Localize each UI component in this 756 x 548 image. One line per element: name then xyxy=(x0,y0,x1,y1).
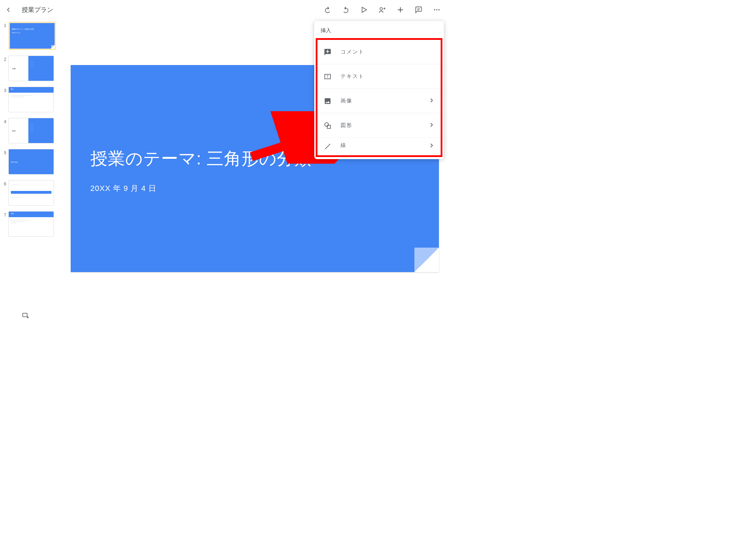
thumb-number: 4 xyxy=(1,118,6,124)
thumb-number: 5 xyxy=(1,149,6,155)
thumb-row-3: 3 概れ ───────────────────────────────────… xyxy=(1,87,56,112)
svg-text:T: T xyxy=(327,74,329,78)
svg-point-10 xyxy=(439,9,440,10)
comment-button[interactable] xyxy=(414,6,423,14)
menu-item-image[interactable]: 画像 xyxy=(317,89,441,113)
comment-plus-icon xyxy=(323,48,332,57)
thumbnail-5[interactable]: 授業の流れ xyxy=(8,149,54,175)
header-left: 授業プラン xyxy=(4,6,53,14)
menu-item-comment[interactable]: コメント xyxy=(317,40,441,64)
redo-button[interactable] xyxy=(342,6,350,14)
thumbnail-7[interactable]: 評価 • ──────────────────────────• ───────… xyxy=(8,211,54,237)
slide-title[interactable]: 授業のテーマ: 三角形の分類 xyxy=(90,147,312,170)
text-box-icon: T xyxy=(323,72,332,81)
thumbnail-6[interactable]: ── ── ── ── ── ── ── ── ── ── xyxy=(8,180,54,206)
header: 授業プラン xyxy=(0,0,448,20)
menu-item-line[interactable]: 線 xyxy=(317,138,441,155)
line-icon xyxy=(323,142,332,151)
thumb-row-1: 1 授業のテーマ: 三角形の分類 20XX 年 9 月 4 日 xyxy=(1,22,56,50)
share-button[interactable] xyxy=(378,6,386,14)
annotation-highlight-box: コメント T テキスト 画像 図 xyxy=(316,38,442,157)
chevron-right-icon xyxy=(428,121,435,130)
menu-item-shape[interactable]: 図形 xyxy=(317,113,441,138)
svg-marker-0 xyxy=(362,7,367,13)
back-button[interactable] xyxy=(4,6,13,14)
thumb-row-4: 4 教材 • — —• — —• — —• — — xyxy=(1,118,56,143)
thumbnail-2[interactable]: 対象 • — —• — —• — — xyxy=(8,56,54,81)
svg-point-8 xyxy=(434,9,435,10)
thumbnail-3[interactable]: 概れ ─────────────────────────────────────… xyxy=(8,87,54,112)
menu-label: 線 xyxy=(341,142,428,149)
sidebar-bottom xyxy=(1,306,56,325)
thumb-number: 7 xyxy=(1,211,6,218)
svg-line-20 xyxy=(325,144,330,149)
chevron-right-icon xyxy=(428,97,435,105)
app-root: 授業プラン xyxy=(0,0,448,325)
insert-menu-title: 挿入 xyxy=(314,21,444,38)
menu-label: テキスト xyxy=(341,73,435,80)
menu-label: 図形 xyxy=(341,122,428,129)
slide-thumbnails: 1 授業のテーマ: 三角形の分類 20XX 年 9 月 4 日 2 対象 • —… xyxy=(0,20,59,325)
slide-date[interactable]: 20XX 年 9 月 4 日 xyxy=(90,183,156,194)
thumbnail-4[interactable]: 教材 • — —• — —• — —• — — xyxy=(8,118,54,143)
more-button[interactable] xyxy=(433,6,441,14)
thumb-row-6: 6 ── ── ── ── ── ── ── ── ── ── xyxy=(1,180,56,206)
thumb-row-5: 5 授業の流れ xyxy=(1,149,56,175)
thumb-number: 1 xyxy=(1,22,6,28)
header-toolbar xyxy=(323,6,444,14)
image-icon xyxy=(323,97,332,106)
undo-button[interactable] xyxy=(323,6,332,14)
thumb-number: 2 xyxy=(1,56,6,62)
insert-button[interactable] xyxy=(396,6,405,14)
new-slide-button[interactable] xyxy=(21,311,30,320)
svg-point-9 xyxy=(436,9,438,10)
menu-label: コメント xyxy=(341,49,435,55)
chevron-right-icon xyxy=(428,142,435,150)
insert-menu: 挿入 コメント T テキスト 画像 xyxy=(314,21,444,159)
thumb-number: 3 xyxy=(1,87,6,93)
svg-point-1 xyxy=(380,8,383,10)
document-title[interactable]: 授業プラン xyxy=(22,6,53,14)
thumb-row-2: 2 対象 • — —• — —• — — xyxy=(1,56,56,81)
present-button[interactable] xyxy=(360,6,368,14)
menu-label: 画像 xyxy=(341,98,428,104)
svg-rect-19 xyxy=(327,125,330,128)
shapes-icon xyxy=(323,121,332,130)
svg-point-18 xyxy=(325,122,329,126)
slide-corner-fold xyxy=(414,248,439,272)
menu-item-text[interactable]: T テキスト xyxy=(317,64,441,89)
thumbnail-1[interactable]: 授業のテーマ: 三角形の分類 20XX 年 9 月 4 日 xyxy=(8,22,56,50)
thumb-row-7: 7 評価 • ──────────────────────────• ─────… xyxy=(1,211,56,237)
svg-rect-11 xyxy=(23,313,27,317)
thumb-number: 6 xyxy=(1,180,6,186)
